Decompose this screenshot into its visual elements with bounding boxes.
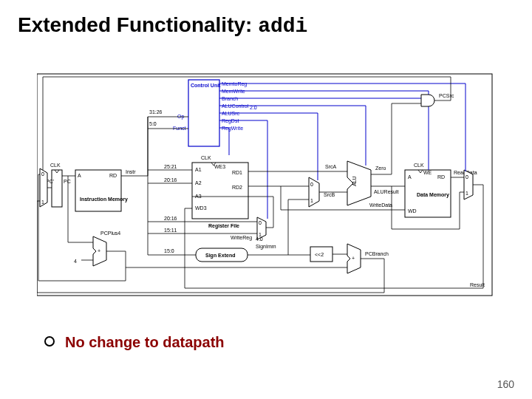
lbl-signext: Sign Extend [205, 253, 235, 259]
lbl-signimm: SignImm [256, 244, 276, 250]
lbl-bits-3126: 31:26 [149, 109, 163, 115]
datapath-diagram: PC' PC CLK 0 1 A RD Instruction Memory I… [37, 59, 495, 310]
lbl-funct: Funct [173, 126, 186, 131]
svg-text:+: + [352, 256, 355, 261]
lbl-a2: A2 [195, 180, 202, 185]
lbl-writereg: WriteReg [231, 235, 252, 241]
lbl-im-a: A [78, 173, 81, 178]
lbl-dm-rd: RD [437, 174, 445, 180]
lbl-clk-pc: CLK [50, 163, 61, 168]
lbl-dm-wd: WD [408, 208, 417, 214]
svg-rect-1 [52, 170, 62, 207]
lbl-clk-rf: CLK [201, 155, 211, 160]
sig-regwrite: RegWrite [222, 126, 243, 132]
lbl-im-rd: RD [109, 173, 117, 178]
page-number: 160 [497, 378, 514, 390]
lbl-dm-a: A [408, 174, 412, 180]
lbl-clk-dm: CLK [414, 163, 424, 168]
mux-res-1: 1 [466, 191, 468, 196]
lbl-writedata: WriteData [369, 202, 392, 208]
bullet-icon [44, 336, 55, 347]
lbl-wd3: WD3 [195, 205, 207, 211]
bullet-text: No change to datapath [65, 334, 225, 350]
lbl-control: Control Unit [191, 83, 221, 88]
lbl-writereg-sub: 4:0 [256, 236, 263, 242]
lbl-pcbranch: PCBranch [365, 251, 389, 256]
svg-rect-6 [188, 80, 219, 146]
lbl-dm-we: WE [423, 170, 432, 175]
sig-memtoreg: MemtoReg [222, 81, 247, 87]
lbl-pcsrc: PCSrc [439, 93, 454, 98]
lbl-bits-2016b: 20:16 [164, 216, 177, 221]
lbl-bits-2016: 20:16 [164, 177, 177, 183]
lbl-instr: Instr [126, 169, 136, 174]
mux-res-0: 0 [466, 174, 468, 180]
lbl-a1: A1 [195, 167, 202, 172]
lbl-alu: ALU [352, 176, 357, 186]
lbl-datamem: Data Memory [417, 192, 449, 198]
svg-text:+: + [98, 248, 100, 253]
lbl-bits-2521: 25:21 [164, 164, 177, 169]
lbl-srca: SrcA [325, 164, 337, 169]
lbl-rd1: RD1 [232, 170, 242, 175]
lbl-bits-150: 15:0 [164, 248, 174, 253]
lbl-pc: PC [64, 179, 71, 184]
lbl-we3: WE3 [214, 164, 225, 169]
mux-pc-0: 0 [41, 171, 44, 177]
title-mono: addi [258, 15, 307, 38]
lbl-regfile: Register File [208, 223, 239, 229]
lbl-bits-1511: 15:11 [164, 228, 177, 233]
lbl-bits-50: 5:0 [149, 121, 157, 126]
mux-srcb-0: 0 [310, 182, 313, 187]
lbl-srcb: SrcB [324, 192, 335, 197]
lbl-a3: A3 [195, 194, 202, 199]
mux-srcb-1: 1 [310, 198, 313, 203]
sig-regdst: RegDst [222, 118, 239, 124]
lbl-shift: <<2 [315, 252, 324, 257]
lbl-instr-mem: Instruction Memory [80, 197, 128, 202]
lbl-pcplus4: PCPlus4 [100, 231, 120, 236]
page-title: Extended Functionality: addi [18, 13, 307, 38]
mux-wr-0: 0 [259, 220, 262, 225]
lbl-result: Result [470, 282, 485, 287]
lbl-rd2: RD2 [232, 185, 242, 190]
title-prefix: Extended Functionality: [18, 13, 258, 36]
lbl-zero: Zero [375, 166, 386, 171]
bullet-row: No change to datapath [44, 334, 225, 351]
lbl-four: 4 [74, 259, 77, 264]
lbl-aluresult: ALUResult [374, 189, 399, 194]
mux-pc-1: 1 [41, 200, 44, 205]
